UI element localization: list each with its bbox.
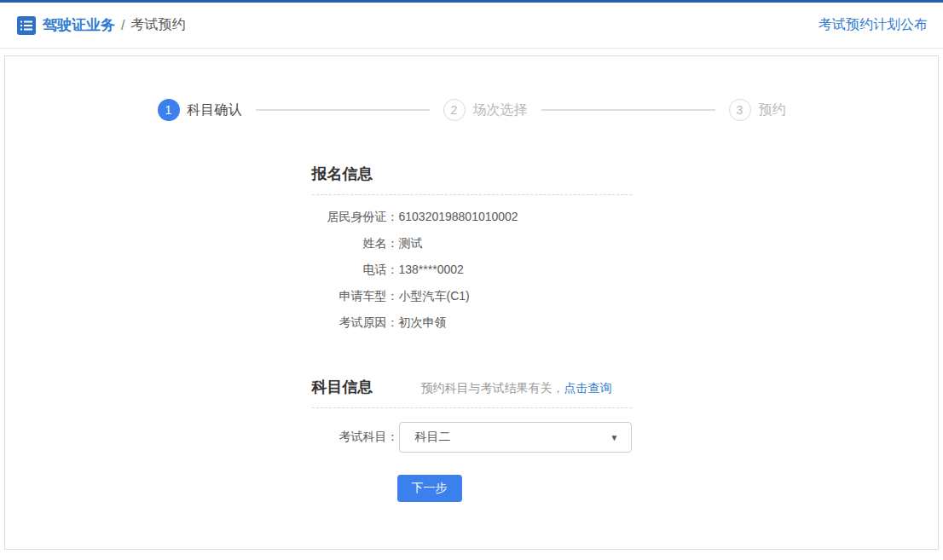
subject-title: 科目信息 [312, 377, 373, 397]
field-row-id-number: 居民身份证： 610320198801010002 [312, 204, 632, 230]
step-3-circle: 3 [729, 99, 751, 121]
step-3-label: 预约 [759, 101, 786, 119]
next-step-button[interactable]: 下一步 [397, 475, 462, 502]
query-result-link[interactable]: 点击查询 [564, 381, 612, 395]
exam-subject-label: 考试科目： [312, 430, 399, 445]
step-2-circle: 2 [443, 99, 466, 121]
chevron-down-icon: ▼ [610, 433, 619, 442]
breadcrumb-page: 考试预约 [130, 16, 185, 34]
breadcrumb-section[interactable]: 驾驶证业务 [43, 15, 115, 35]
field-value: 测试 [399, 230, 632, 257]
registration-section: 报名信息 居民身份证： 610320198801010002 姓名： 测试 电话… [312, 164, 632, 336]
step-connector [256, 109, 430, 111]
step-1-label: 科目确认 [188, 101, 242, 119]
field-row-vehicle-type: 申请车型： 小型汽车(C1) [312, 283, 632, 309]
step-indicator: 1 科目确认 2 场次选择 3 预约 [5, 99, 938, 121]
step-reserve: 3 预约 [729, 99, 786, 121]
step-session-select: 2 场次选择 [443, 99, 528, 121]
list-icon [17, 16, 36, 35]
exam-plan-link[interactable]: 考试预约计划公布 [819, 16, 928, 34]
subject-hint: 预约科目与考试结果有关，点击查询 [421, 381, 612, 396]
field-label: 考试原因： [312, 309, 399, 336]
registration-title: 报名信息 [312, 164, 373, 184]
field-row-exam-reason: 考试原因： 初次申领 [312, 309, 632, 336]
exam-subject-selected-value: 科目二 [415, 430, 451, 445]
content-column: 报名信息 居民身份证： 610320198801010002 姓名： 测试 电话… [312, 164, 632, 502]
field-label: 电话： [312, 257, 399, 283]
subject-section: 科目信息 预约科目与考试结果有关，点击查询 考试科目： 科目二 ▼ 下一步 [312, 377, 632, 502]
field-row-name: 姓名： 测试 [312, 230, 632, 257]
step-subject-confirm: 1 科目确认 [158, 99, 242, 121]
field-value: 610320198801010002 [399, 204, 632, 230]
subject-hint-text: 预约科目与考试结果有关， [421, 381, 564, 395]
field-row-phone: 电话： 138****0002 [312, 257, 632, 283]
exam-subject-select[interactable]: 科目二 ▼ [399, 422, 632, 453]
field-value: 138****0002 [399, 257, 632, 283]
main-panel: 1 科目确认 2 场次选择 3 预约 报名信息 居民身份证： 610320198… [4, 55, 939, 550]
registration-title-row: 报名信息 [312, 164, 632, 195]
field-label: 姓名： [312, 230, 399, 257]
field-value: 小型汽车(C1) [399, 283, 632, 309]
exam-subject-row: 考试科目： 科目二 ▼ [312, 422, 632, 453]
step-1-circle: 1 [158, 99, 180, 121]
field-label: 居民身份证： [312, 204, 399, 230]
step-2-label: 场次选择 [473, 101, 528, 119]
header: 驾驶证业务 / 考试预约 考试预约计划公布 [0, 3, 943, 49]
step-connector [541, 109, 715, 111]
breadcrumb: 驾驶证业务 / 考试预约 [17, 15, 185, 35]
registration-fields: 居民身份证： 610320198801010002 姓名： 测试 电话： 138… [312, 204, 632, 336]
subject-title-row: 科目信息 预约科目与考试结果有关，点击查询 [312, 377, 632, 408]
field-value: 初次申领 [399, 309, 632, 336]
breadcrumb-separator: / [121, 18, 124, 33]
field-label: 申请车型： [312, 283, 399, 309]
